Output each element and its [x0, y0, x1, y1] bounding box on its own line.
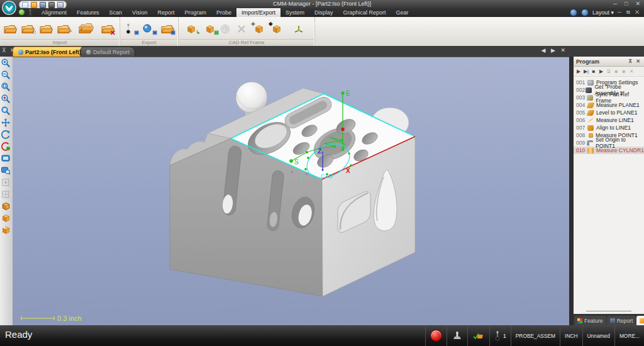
program-step[interactable]: 006Measure LINE1 [574, 116, 644, 124]
folder-points-icon: ∷ [20, 23, 35, 35]
tab-scroll-controls[interactable]: ◀ ▶ ✕ [541, 47, 567, 53]
program-step[interactable]: 009Set Origin to POINT1 [574, 139, 644, 147]
menu-import-export[interactable]: Import/Export [236, 8, 280, 17]
cube-wireframe-icon[interactable] [0, 200, 11, 212]
program-step[interactable]: 004Measure PLANE1 [574, 101, 644, 109]
menu-graphical-report[interactable]: Graphical Report [338, 8, 391, 17]
pan-icon[interactable] [0, 116, 11, 128]
layout-dropdown[interactable]: Layout ▾ [592, 9, 614, 16]
cylinder-icon [587, 148, 594, 153]
toggle-cell[interactable] [467, 325, 489, 346]
more-cell[interactable]: MORE... [614, 325, 644, 346]
report-tab-icon [86, 50, 91, 55]
folder-stack-icon [77, 23, 92, 35]
zoom-out-icon[interactable] [0, 69, 11, 81]
status-bar: Ready 1 PROBE_ASSEM INCH Unnamed MORE... [0, 325, 644, 346]
machine-cell[interactable] [447, 325, 467, 346]
menu-alignment[interactable]: Alignment [36, 8, 72, 17]
emergency-stop-cell[interactable] [425, 325, 447, 346]
status-ready: Ready [0, 325, 32, 346]
close-button[interactable]: ✕ [635, 0, 640, 8]
display-icon[interactable] [57, 2, 64, 8]
mdi-window-controls[interactable]: ─ ⧉ ✕ [618, 9, 641, 16]
zoom-all-icon[interactable] [0, 104, 11, 116]
program-step[interactable]: 005Level to PLANE1 [574, 109, 644, 116]
report-tab-icon [610, 318, 615, 323]
folder-iq-icon: ° [56, 23, 71, 35]
probe-cell[interactable]: 1 [489, 325, 511, 346]
info-globe-icon[interactable] [581, 9, 589, 16]
cube-shaded-icon[interactable] [0, 224, 11, 236]
target2-disabled-icon [0, 188, 11, 200]
level-icon [587, 110, 595, 116]
cube-place-icon: ✥ [270, 23, 285, 35]
stop-button[interactable]: ■ [591, 67, 597, 76]
menu-features[interactable]: Features [72, 8, 104, 17]
scale-indicator: 0.3 inch [21, 315, 82, 322]
minimize-button[interactable]: ─ [613, 0, 617, 8]
new-document-icon[interactable] [22, 2, 28, 8]
origin-icon [587, 140, 593, 146]
program-step[interactable]: 007Align to LINE1 [574, 124, 644, 131]
probe-icon[interactable] [48, 2, 55, 8]
save-icon[interactable] [40, 2, 46, 8]
view-search-icon[interactable] [0, 164, 11, 176]
probe-assembly-cell[interactable]: PROBE_ASSEM [511, 325, 560, 346]
probe-status-icon [494, 330, 501, 342]
help-globe-icon[interactable] [570, 9, 577, 16]
menu-probe[interactable]: Probe [211, 8, 236, 17]
zoom-window-icon[interactable] [0, 81, 11, 92]
quick-access-caret-icon[interactable]: ▾ [64, 1, 67, 6]
tab-report[interactable]: Report [607, 316, 636, 325]
app-logo-icon[interactable] [2, 1, 16, 15]
view-tool-strip [0, 57, 13, 325]
orbit-icon[interactable] [0, 140, 11, 152]
sync-ref-frame-icon [587, 95, 593, 101]
menu-bar: Alignment Features Scan Vision Report Pr… [0, 8, 644, 17]
run-to-end-button[interactable]: ▶| [583, 67, 589, 76]
menu-program[interactable]: Program [179, 8, 211, 17]
open-folder-icon[interactable] [31, 2, 37, 8]
menu-report[interactable]: Report [152, 8, 179, 17]
tab-part2-iso[interactable]: Part2:Iso (Front Left) [13, 47, 87, 57]
run-button[interactable]: ▶ [575, 67, 582, 76]
tab-default-report[interactable]: Default Report [80, 47, 135, 57]
probe-number: 1 [503, 333, 506, 339]
group-label-cad-ref-frame: CAD Ref Frame [179, 39, 314, 46]
program-panel: Program ⊼ ✕ ▶ ▶| ■ ▶ ⍗ ■ ■ ✕ 001Program … [574, 57, 644, 325]
point-icon [589, 133, 593, 138]
model-tab-icon [18, 50, 23, 55]
program-step[interactable]: 003Sync Part Ref Frame [574, 94, 644, 101]
zoom-in-icon[interactable] [0, 57, 11, 69]
view-screen-icon[interactable] [0, 152, 11, 164]
program-toolbar: ▶ ▶| ■ ▶ ⍗ ■ ■ ✕ [574, 67, 644, 77]
menu-system[interactable]: System [280, 8, 309, 17]
probe-position-button[interactable]: ⍗ [606, 67, 612, 76]
ribbon-group-export: ▣ Raw Data ▣ Features ▣ IQCAD Export [120, 17, 179, 46]
cube-solid-icon[interactable] [0, 212, 11, 224]
doc-name-cell[interactable]: Unnamed [582, 325, 614, 346]
maximize-button[interactable]: □ [625, 0, 628, 8]
step-button[interactable]: ▶ [598, 67, 604, 76]
panel-tab-bar: Feature Report Progr... [574, 314, 644, 325]
frame-sync-icon [292, 23, 307, 35]
menu-display[interactable]: Display [309, 8, 338, 17]
panel-pin-close-icons[interactable]: ⊼ ✕ [628, 59, 641, 64]
menu-scan[interactable]: Scan [104, 8, 128, 17]
settings-icon [587, 80, 594, 86]
menu-vision[interactable]: Vision [127, 8, 152, 17]
program-step-selected[interactable]: 010Measure CYLNDR1 [574, 147, 644, 154]
3d-viewport[interactable]: E S Z X CAD + + + 0.3 inch [13, 57, 569, 326]
panel-splitter[interactable] [569, 57, 574, 325]
folder-icon [3, 23, 18, 35]
ribbon: CAD ∷ CAD Points Points ° IQCAD Recent C… [0, 17, 644, 47]
tab-program[interactable]: Progr... [636, 316, 644, 325]
group-label-export: Export [121, 39, 177, 46]
rotate-icon[interactable] [0, 128, 11, 140]
sphere-export-icon: ▣ [142, 23, 157, 35]
menu-gear[interactable]: Gear [391, 8, 414, 17]
tab-feature[interactable]: Feature [574, 316, 606, 325]
cube-sync-icon: ✛ [252, 23, 267, 35]
zoom-fit-icon[interactable] [0, 92, 11, 104]
units-cell[interactable]: INCH [560, 325, 582, 346]
